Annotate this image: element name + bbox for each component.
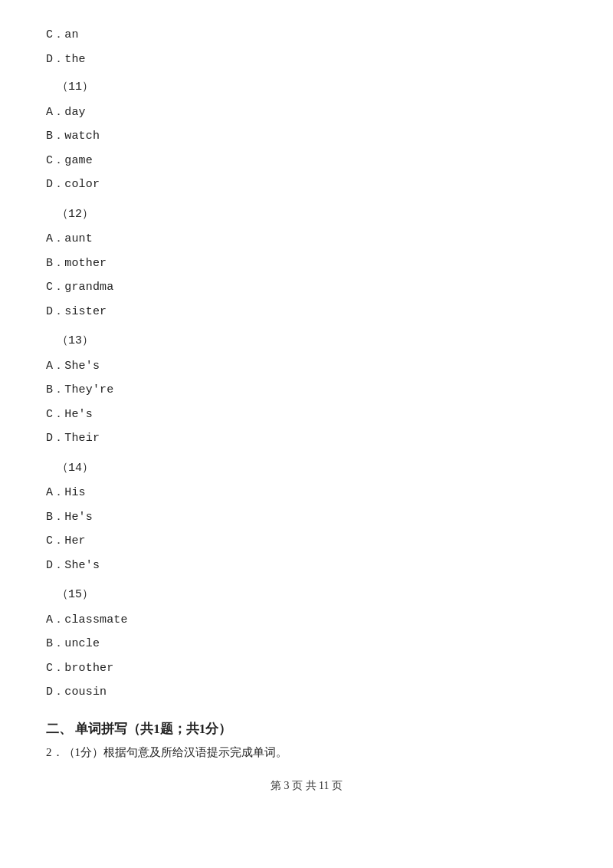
option-12c: C．grandma bbox=[46, 275, 567, 300]
option-11b: B．watch bbox=[46, 124, 567, 149]
option-13d: D．Their bbox=[46, 426, 567, 451]
question-12-label: （12） bbox=[46, 199, 567, 228]
option-14d: D．She's bbox=[46, 554, 567, 578]
section-2-title: 二、 单词拼写（共1题；共1分） bbox=[46, 718, 567, 741]
question-15-options: A．classmate B．uncle C．brother D．cousin bbox=[46, 608, 567, 705]
option-15a: A．classmate bbox=[46, 608, 567, 633]
option-13c: C．He's bbox=[46, 403, 567, 427]
question-11-label: （11） bbox=[46, 71, 567, 100]
option-15c: C．brother bbox=[46, 656, 567, 681]
question-14-label: （14） bbox=[46, 452, 567, 482]
section-2-desc: 2．（1分）根据句意及所给汉语提示完成单词。 bbox=[46, 743, 567, 763]
question-15-label: （15） bbox=[46, 579, 567, 608]
question-12-options: A．aunt B．mother C．grandma D．sister bbox=[46, 227, 567, 324]
option-14a: A．His bbox=[46, 481, 567, 505]
option-14b: B．He's bbox=[46, 505, 567, 530]
option-d-the: D．the bbox=[46, 48, 567, 72]
option-13a: A．She's bbox=[46, 354, 567, 379]
question-14-options: A．His B．He's C．Her D．She's bbox=[46, 481, 567, 577]
option-11a: A．day bbox=[46, 100, 567, 125]
option-11c: C．game bbox=[46, 149, 567, 173]
option-11d: D．color bbox=[46, 173, 567, 197]
option-15b: B．uncle bbox=[46, 632, 567, 656]
question-11-options: A．day B．watch C．game D．color bbox=[46, 100, 567, 197]
option-12b: B．mother bbox=[46, 252, 567, 276]
option-13b: B．They're bbox=[46, 378, 567, 403]
option-c-an: C．an bbox=[46, 23, 567, 48]
option-12a: A．aunt bbox=[46, 227, 567, 252]
question-13-options: A．She's B．They're C．He's D．Their bbox=[46, 354, 567, 451]
option-12d: D．sister bbox=[46, 300, 567, 324]
option-14c: C．Her bbox=[46, 529, 567, 554]
question-13-label: （13） bbox=[46, 325, 567, 354]
exam-content: C．an D．the （11） A．day B．watch C．game D．c… bbox=[46, 23, 567, 795]
option-15d: D．cousin bbox=[46, 680, 567, 705]
page-footer: 第 3 页 共 11 页 bbox=[46, 777, 567, 795]
